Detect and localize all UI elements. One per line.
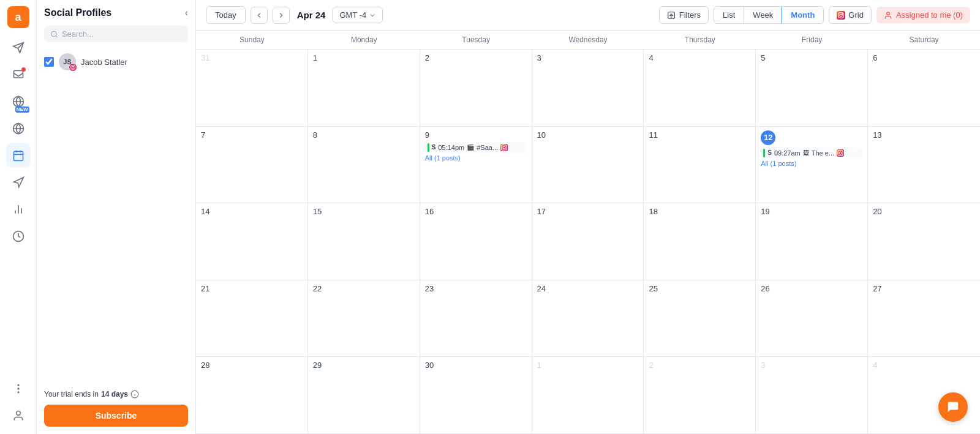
svg-point-34 bbox=[887, 12, 890, 15]
calendar-cell[interactable]: 28 bbox=[196, 357, 308, 433]
trial-info: Your trial ends in 14 days bbox=[44, 390, 188, 398]
all-posts-link[interactable]: All (1 posts) bbox=[425, 154, 527, 162]
chat-icon bbox=[946, 400, 960, 414]
nav-more[interactable] bbox=[6, 376, 31, 401]
calendar-cell[interactable]: 9S05:14pm🎬#Saa...All (1 posts) bbox=[420, 127, 532, 203]
all-posts-link[interactable]: All (1 posts) bbox=[761, 160, 862, 167]
calendar-cell[interactable]: 4 bbox=[644, 50, 756, 126]
day-number: 8 bbox=[313, 130, 415, 140]
calendar-cell[interactable]: 17 bbox=[532, 203, 644, 280]
day-number: 18 bbox=[649, 207, 750, 216]
calendar-cell[interactable]: 12S09:27am🖼The e...All (1 posts) bbox=[756, 127, 868, 203]
today-button[interactable]: Today bbox=[206, 6, 246, 24]
calendar-cell[interactable]: 23 bbox=[420, 280, 532, 357]
calendar-cell[interactable]: 1 bbox=[532, 357, 644, 433]
header-monday: Monday bbox=[308, 31, 420, 49]
app-logo[interactable]: a bbox=[7, 6, 29, 28]
calendar-cell[interactable]: 24 bbox=[532, 280, 644, 357]
nav-inbox[interactable] bbox=[6, 62, 31, 87]
collapse-button[interactable]: ‹ bbox=[185, 7, 188, 18]
day-number: 9 bbox=[425, 130, 527, 140]
calendar-cell[interactable]: 20 bbox=[868, 203, 980, 280]
header-thursday: Thursday bbox=[644, 31, 756, 49]
calendar-cell[interactable]: 14 bbox=[196, 203, 308, 280]
calendar-cell[interactable]: 2 bbox=[420, 50, 532, 126]
event-item[interactable]: S09:27am🖼The e... bbox=[761, 148, 862, 159]
svg-point-36 bbox=[503, 146, 505, 149]
timezone-selector[interactable]: GMT -4 bbox=[333, 7, 383, 23]
calendar-cell[interactable]: 6 bbox=[868, 50, 980, 126]
nav-globe[interactable] bbox=[6, 116, 31, 141]
calendar-week-3: 14151617181920 bbox=[196, 203, 980, 280]
calendar-cell[interactable]: 31 bbox=[196, 50, 308, 126]
day-number: 13 bbox=[873, 130, 975, 140]
calendar-cell[interactable]: 2 bbox=[644, 357, 756, 433]
tab-week[interactable]: Week bbox=[744, 7, 782, 23]
assigned-to-me-button[interactable]: Assigned to me (0) bbox=[876, 7, 970, 23]
instagram-icon bbox=[500, 144, 508, 151]
calendar-cell[interactable]: 29 bbox=[308, 357, 420, 433]
calendar-cell[interactable]: 19 bbox=[756, 203, 868, 280]
calendar-cell[interactable]: 8 bbox=[308, 127, 420, 203]
day-number: 3 bbox=[537, 53, 639, 62]
calendar-cell[interactable]: 4 bbox=[868, 357, 980, 433]
calendar-cell[interactable]: 15 bbox=[308, 203, 420, 280]
calendar-week-1: 31123456 bbox=[196, 50, 980, 127]
day-number: 10 bbox=[537, 130, 639, 140]
day-number: 7 bbox=[201, 130, 303, 140]
day-number: 6 bbox=[873, 53, 975, 62]
grid-instagram-icon bbox=[837, 11, 845, 20]
search-box[interactable] bbox=[44, 26, 188, 42]
calendar-cell[interactable]: 27 bbox=[868, 280, 980, 357]
nav-globe-new[interactable]: NEW bbox=[6, 89, 31, 114]
nav-chart[interactable] bbox=[6, 197, 31, 222]
calendar-cell[interactable]: 16 bbox=[420, 203, 532, 280]
day-number: 27 bbox=[873, 284, 975, 293]
profile-checkbox[interactable] bbox=[44, 57, 54, 67]
calendar-body: 31123456789S05:14pm🎬#Saa...All (1 posts)… bbox=[196, 50, 980, 434]
filters-button[interactable]: Filters bbox=[659, 6, 709, 24]
calendar-cell[interactable]: 25 bbox=[644, 280, 756, 357]
next-month-button[interactable] bbox=[273, 7, 290, 24]
event-color-bar bbox=[428, 143, 429, 152]
calendar-cell[interactable]: 30 bbox=[420, 357, 532, 433]
assigned-icon bbox=[884, 11, 892, 20]
grid-tab[interactable]: Grid bbox=[829, 6, 872, 24]
sidebar-footer: Your trial ends in 14 days Subscribe bbox=[44, 390, 188, 427]
calendar-cell[interactable]: 22 bbox=[308, 280, 420, 357]
calendar-cell[interactable]: 3 bbox=[756, 357, 868, 433]
day-number: 26 bbox=[761, 284, 862, 293]
calendar-cell[interactable]: 11 bbox=[644, 127, 756, 203]
calendar-cell[interactable]: 18 bbox=[644, 203, 756, 280]
tab-month[interactable]: Month bbox=[782, 6, 824, 24]
calendar-cell[interactable]: 21 bbox=[196, 280, 308, 357]
calendar-cell[interactable]: 26 bbox=[756, 280, 868, 357]
nav-calendar[interactable] bbox=[6, 143, 31, 168]
calendar-cell[interactable]: 1 bbox=[308, 50, 420, 126]
event-time: 05:14pm bbox=[438, 144, 464, 151]
nav-send[interactable] bbox=[6, 36, 31, 60]
svg-point-32 bbox=[840, 13, 842, 16]
chat-bubble[interactable] bbox=[938, 392, 968, 422]
scheduled-icon: S bbox=[432, 144, 436, 151]
profile-item[interactable]: JS Jacob Statler bbox=[44, 51, 188, 73]
calendar-cell[interactable]: 10 bbox=[532, 127, 644, 203]
left-navigation: a NEW bbox=[0, 0, 37, 434]
day-number: 1 bbox=[313, 53, 415, 62]
instagram-icon bbox=[837, 149, 844, 157]
calendar-cell[interactable]: 3 bbox=[532, 50, 644, 126]
subscribe-button[interactable]: Subscribe bbox=[44, 405, 188, 427]
search-input[interactable] bbox=[62, 29, 182, 39]
nav-megaphone[interactable] bbox=[6, 170, 31, 195]
prev-month-button[interactable] bbox=[251, 7, 268, 24]
day-number: 17 bbox=[537, 207, 639, 216]
svg-point-38 bbox=[839, 152, 842, 154]
calendar-cell[interactable]: 7 bbox=[196, 127, 308, 203]
event-item[interactable]: S05:14pm🎬#Saa... bbox=[425, 142, 527, 153]
tab-list[interactable]: List bbox=[714, 7, 744, 23]
nav-dashboard[interactable] bbox=[6, 224, 31, 249]
nav-user[interactable] bbox=[6, 403, 31, 428]
svg-line-20 bbox=[56, 36, 57, 37]
calendar-cell[interactable]: 13 bbox=[868, 127, 980, 203]
calendar-cell[interactable]: 5 bbox=[756, 50, 868, 126]
